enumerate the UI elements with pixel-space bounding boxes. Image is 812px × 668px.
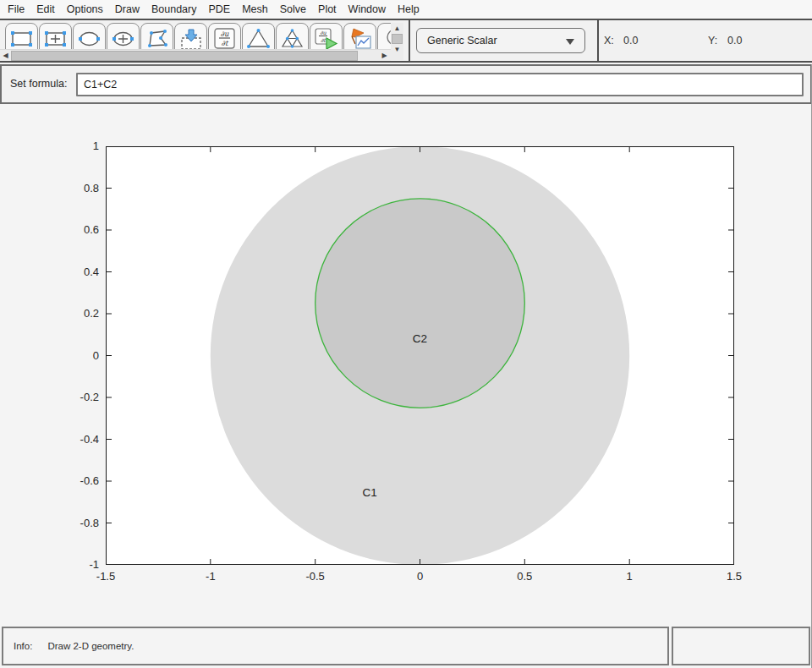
menu-edit[interactable]: Edit: [30, 2, 61, 17]
y-tick-label: -0.8: [57, 517, 99, 529]
y-tick-label: 0.4: [57, 266, 99, 278]
menu-help[interactable]: Help: [392, 2, 425, 17]
menu-pde[interactable]: PDE: [202, 2, 236, 17]
x-tick-label: 1: [604, 570, 655, 583]
scroll-right-icon[interactable]: ▶: [379, 50, 390, 61]
chevron-down-icon: [566, 39, 574, 45]
x-tick-label: 1.5: [709, 570, 760, 583]
pde-mode-icon: ∂u ∂t: [211, 27, 238, 50]
toolbar-divider: [409, 20, 410, 61]
status-info-label: Info:: [14, 641, 32, 651]
menu-mesh[interactable]: Mesh: [236, 2, 274, 17]
menu-draw[interactable]: Draw: [109, 2, 145, 17]
x-tick-label: -1: [185, 570, 236, 583]
y-tick-label: 0.2: [57, 307, 99, 320]
cursor-x-label: X:: [604, 20, 614, 61]
polygon-icon: [144, 27, 170, 50]
y-tick-label: -1: [57, 558, 99, 571]
scroll-up-icon[interactable]: ▲: [391, 23, 403, 34]
x-tick-label: 0: [395, 570, 446, 583]
menu-window[interactable]: Window: [343, 2, 392, 17]
status-message: Draw 2-D geometry.: [47, 641, 134, 651]
pde-type-value: Generic Scalar: [427, 35, 497, 47]
toolbar-horizontal-scrollbar[interactable]: ◀ ▶: [0, 49, 391, 61]
geometry-canvas[interactable]: C1C210.80.60.40.20-0.2-0.4-0.6-0.8-1-1.5…: [106, 146, 734, 565]
plot-solution-icon: [347, 27, 373, 50]
y-tick-label: -0.4: [57, 433, 99, 446]
y-tick-label: -0.6: [57, 474, 99, 487]
menu-boundary[interactable]: Boundary: [145, 2, 203, 17]
solve-pde-icon: ∂u ∂t: [313, 27, 339, 50]
x-tick-label: -0.5: [290, 570, 341, 583]
status-info-panel: Info: Draw 2-D geometry.: [2, 627, 669, 665]
figure-area: C1C210.80.60.40.20-0.2-0.4-0.6-0.8-1-1.5…: [0, 104, 812, 626]
toolbar-divider: [597, 20, 599, 61]
cursor-y-label: Y:: [708, 20, 717, 61]
x-tick-label: -1.5: [80, 570, 131, 583]
initialize-mesh-icon: [245, 27, 272, 50]
pdetool-window: { "menu": { "items": ["File", "Edit", "O…: [0, 0, 812, 668]
shape-label-C2: C2: [413, 332, 427, 345]
refine-mesh-icon: [279, 27, 305, 50]
set-formula-input[interactable]: [76, 73, 804, 96]
status-bar: Info: Draw 2-D geometry.: [0, 626, 812, 668]
menu-solve[interactable]: Solve: [274, 2, 312, 17]
set-formula-bar: Set formula:: [0, 64, 812, 104]
y-tick-label: 0: [57, 349, 99, 362]
x-tick-label: 0.5: [499, 570, 550, 583]
menu-options[interactable]: Options: [61, 2, 109, 17]
ellipse-center-icon: [110, 27, 136, 50]
menu-file[interactable]: File: [2, 2, 30, 17]
boundary-mode-icon: [178, 27, 204, 50]
scroll-left-icon[interactable]: ◀: [0, 50, 11, 61]
rectangle-corners-icon: [8, 27, 35, 50]
plot-svg: C1C2: [106, 146, 734, 565]
toolbar: ∂u ∂t: [0, 19, 812, 63]
tool-button-panel: ∂u ∂t: [0, 20, 391, 61]
toolbar-vertical-scrollbar[interactable]: ▲ ▼: [391, 23, 403, 60]
zoom-icon: [381, 27, 391, 50]
scroll-down-icon[interactable]: ▼: [391, 44, 403, 55]
cursor-x-value: 0.0: [623, 20, 638, 61]
y-tick-label: 0.8: [57, 182, 99, 194]
rectangle-center-icon: [42, 27, 69, 50]
menu-bar: FileEditOptionsDrawBoundaryPDEMeshSolveP…: [0, 0, 812, 19]
svg-text:∂u: ∂u: [221, 30, 229, 38]
shape-label-C1: C1: [362, 486, 376, 499]
status-extra-panel: [672, 627, 810, 665]
svg-text:∂u: ∂u: [320, 30, 326, 36]
y-tick-label: -0.2: [57, 391, 99, 403]
pde-type-dropdown[interactable]: Generic Scalar: [416, 28, 585, 53]
vertical-scrollbar-thumb[interactable]: [392, 34, 403, 44]
horizontal-scrollbar-thumb[interactable]: [11, 51, 358, 61]
menu-plot[interactable]: Plot: [312, 2, 343, 17]
y-tick-label: 0.6: [57, 223, 99, 236]
ellipse-corners-icon: [76, 27, 102, 50]
cursor-y-value: 0.0: [727, 20, 742, 61]
shape-C2[interactable]: [315, 199, 525, 408]
y-tick-label: 1: [57, 140, 99, 152]
set-formula-label: Set formula:: [10, 66, 67, 102]
